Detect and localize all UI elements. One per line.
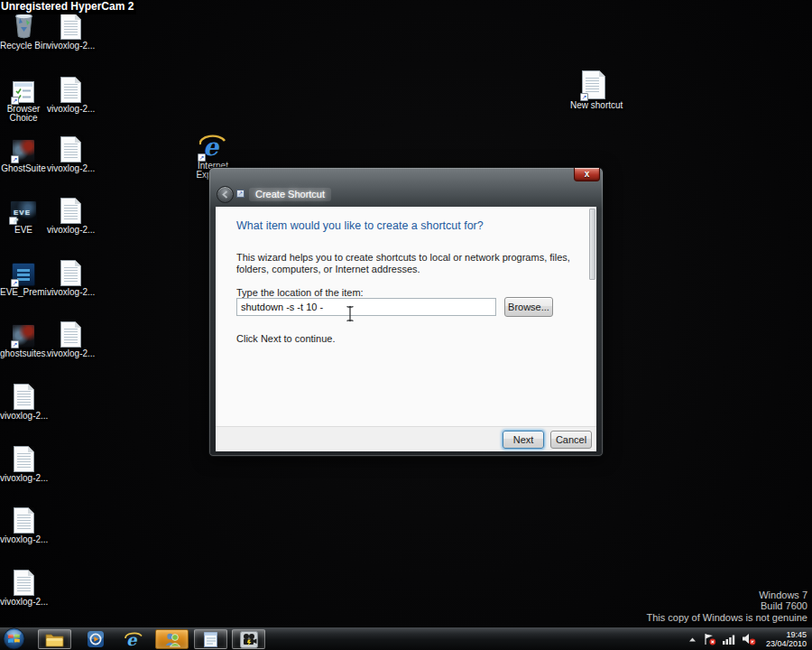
next-button[interactable]: Next	[503, 431, 544, 449]
volume-button[interactable]	[742, 633, 756, 645]
text-cursor-icon	[345, 305, 355, 322]
desktop-icon-label: vivoxlog-2...	[0, 535, 47, 544]
dialog-titlebar[interactable]: Create Shortcut x	[209, 168, 603, 207]
taskbar-button-messenger[interactable]	[155, 629, 189, 649]
desktop-icon-vivoxlog-4[interactable]: vivoxlog-2...	[47, 193, 94, 235]
desktop-icon-vivoxlog-10[interactable]: vivoxlog-2...	[0, 565, 47, 607]
recycle-bin-icon	[13, 13, 35, 40]
taskbar-button-hypercam[interactable]	[232, 629, 265, 649]
signal-bars-icon	[723, 635, 735, 645]
hypercam-icon	[240, 631, 258, 648]
ghostsuite-icon	[12, 324, 35, 348]
desktop-icon-vivoxlog-5[interactable]: vivoxlog-2...	[47, 255, 94, 297]
desktop-icon-recycle-bin[interactable]: Recycle Bin	[0, 9, 47, 51]
eve-premium-icon	[12, 263, 35, 286]
speaker-muted-icon	[742, 633, 756, 645]
desktop-icon-vivoxlog-3[interactable]: vivoxlog-2...	[47, 132, 94, 173]
tray-clock[interactable]: 19:45 23/04/2010	[766, 630, 807, 648]
desktop-icon-label: vivoxlog-2...	[0, 474, 47, 483]
text-file-icon	[60, 321, 81, 348]
shortcut-arrow-overlay-icon	[11, 279, 19, 287]
shortcut-arrow-overlay-icon	[11, 97, 19, 105]
desktop-icon-label: EVE_Premi...	[0, 288, 47, 297]
new-shortcut-icon	[582, 70, 605, 99]
cancel-button[interactable]: Cancel	[550, 431, 592, 449]
desktop-icon-label: Recycle Bin	[0, 42, 47, 51]
arrow-left-icon	[221, 190, 229, 199]
desktop-icon-vivoxlog-2[interactable]: vivoxlog-2...	[47, 72, 94, 114]
shortcut-arrow-overlay-icon	[11, 340, 19, 348]
dialog-description: This wizard helps you to create shortcut…	[236, 252, 574, 275]
shortcut-arrow-overlay-icon	[198, 153, 206, 162]
system-tray: 19:45 23/04/2010	[688, 627, 812, 650]
desktop-icon-ghostsuite[interactable]: GhostSuite	[0, 132, 47, 173]
desktop[interactable]: Unregistered HyperCam 2 Recycle Bin vivo…	[0, 0, 812, 650]
desktop-icon-label: Browser Choice	[0, 105, 47, 123]
genuine-line-2: Build 7600	[646, 600, 807, 612]
text-file-icon	[60, 14, 81, 40]
desktop-icon-label: vivoxlog-2...	[47, 288, 94, 297]
dialog-heading: What item would you like to create a sho…	[236, 219, 484, 232]
back-button[interactable]	[217, 186, 234, 203]
taskbar-button-media-player[interactable]	[78, 629, 112, 649]
desktop-icon-label: New shortcut	[570, 101, 617, 110]
desktop-icon-label: ghostsuites...	[0, 349, 47, 358]
close-icon: x	[585, 169, 590, 179]
shortcut-arrow-overlay-icon	[580, 93, 588, 101]
windows-genuine-notice: Windows 7 Build 7600 This copy of Window…	[646, 590, 807, 624]
flag-error-icon	[703, 633, 716, 645]
genuine-line-3: This copy of Windows is not genuine	[646, 612, 807, 624]
genuine-line-1: Windows 7	[646, 590, 807, 601]
text-file-icon	[60, 136, 81, 162]
notepad-icon	[203, 631, 218, 648]
text-file-icon	[60, 260, 81, 286]
desktop-icon-vivoxlog-7[interactable]: vivoxlog-2...	[0, 379, 47, 421]
start-button[interactable]	[3, 627, 25, 650]
internet-explorer-icon: e	[199, 133, 226, 160]
close-button[interactable]: x	[574, 168, 600, 181]
desktop-icon-label: EVE	[0, 226, 47, 235]
text-file-icon	[60, 198, 81, 224]
taskbar-button-internet-explorer[interactable]: e	[116, 629, 150, 649]
taskbar-button-notepad[interactable]	[194, 629, 227, 649]
dialog-title: Create Shortcut	[249, 188, 331, 201]
shortcut-arrow-overlay-icon	[11, 155, 19, 163]
text-file-icon	[14, 384, 34, 410]
desktop-icon-vivoxlog-6[interactable]: vivoxlog-2...	[47, 317, 94, 358]
taskbar: e	[0, 627, 812, 650]
browser-choice-icon	[13, 81, 34, 103]
hypercam-watermark: Unregistered HyperCam 2	[0, 0, 136, 14]
network-button[interactable]	[723, 635, 735, 645]
shortcut-arrow-overlay-icon	[9, 217, 17, 225]
create-shortcut-dialog: Create Shortcut x What item would you li…	[208, 167, 604, 457]
wizard-icon	[236, 190, 245, 198]
show-hidden-icons-button[interactable]	[688, 636, 697, 643]
desktop-icon-eve-premium[interactable]: EVE_Premi...	[0, 255, 47, 297]
desktop-icon-label: vivoxlog-2...	[47, 105, 94, 114]
eve-icon: EVE	[10, 200, 37, 224]
action-center-button[interactable]	[703, 633, 716, 645]
desktop-icon-eve[interactable]: EVE EVE	[0, 193, 47, 235]
scrollbar-thumb[interactable]	[589, 209, 595, 280]
tray-date: 23/04/2010	[766, 639, 807, 648]
media-player-icon	[87, 630, 105, 648]
desktop-icon-label: vivoxlog-2...	[47, 164, 94, 173]
desktop-icon-vivoxlog-1[interactable]: vivoxlog-2...	[47, 9, 94, 51]
continue-hint: Click Next to continue.	[236, 333, 335, 344]
browse-button[interactable]: Browse...	[504, 297, 553, 317]
text-file-icon	[14, 446, 34, 472]
text-file-icon	[14, 570, 34, 596]
location-input[interactable]	[236, 298, 496, 316]
desktop-icon-vivoxlog-8[interactable]: vivoxlog-2...	[0, 441, 47, 483]
desktop-icon-vivoxlog-9[interactable]: vivoxlog-2...	[0, 503, 47, 544]
desktop-icon-ghostsuites[interactable]: ghostsuites...	[0, 317, 47, 358]
desktop-icon-label: vivoxlog-2...	[47, 349, 94, 358]
desktop-icon-new-shortcut[interactable]: New shortcut	[570, 69, 617, 110]
text-file-icon	[14, 507, 34, 534]
internet-explorer-taskbar-icon: e	[125, 630, 143, 648]
eve-logo-text: EVE	[11, 209, 31, 217]
taskbar-button-explorer[interactable]	[38, 629, 71, 649]
location-label: Type the location of the item:	[236, 287, 364, 298]
desktop-icon-browser-choice[interactable]: Browser Choice	[0, 72, 47, 123]
chevron-up-icon	[688, 636, 697, 643]
